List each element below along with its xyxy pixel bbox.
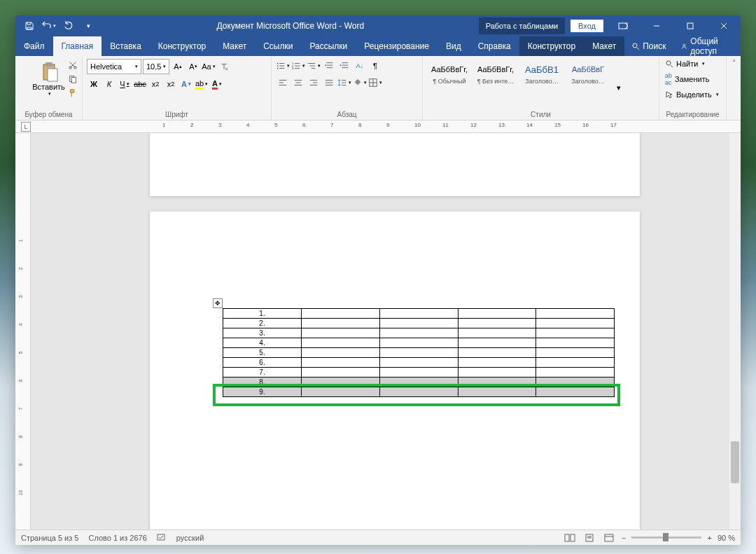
tab-table-design[interactable]: Конструктор bbox=[519, 36, 584, 56]
document-area: 1 2 3 4 5 6 7 8 9 10 ✥ 1. 2. 3. 4. 5. bbox=[15, 133, 741, 529]
tab-help[interactable]: Справка bbox=[470, 36, 519, 56]
italic-button[interactable]: К bbox=[102, 77, 116, 91]
spellcheck-icon[interactable] bbox=[157, 533, 167, 543]
page-status[interactable]: Страница 5 из 5 bbox=[21, 534, 78, 542]
change-case-button[interactable]: Aa▾ bbox=[202, 60, 216, 74]
zoom-in-button[interactable]: + bbox=[707, 534, 711, 542]
strike-button[interactable]: abc bbox=[133, 77, 147, 91]
increase-indent-button[interactable] bbox=[337, 59, 351, 73]
find-button[interactable]: Найти▾ bbox=[662, 57, 723, 70]
table-tools-label: Работа с таблицами bbox=[479, 18, 565, 34]
print-layout-button[interactable] bbox=[582, 532, 596, 543]
font-label: Шрифт bbox=[83, 109, 271, 120]
style-heading1[interactable]: АаБбВ1Заголово… bbox=[519, 59, 564, 117]
horizontal-ruler[interactable]: 1234567891011121314151617 bbox=[15, 120, 741, 133]
replace-button[interactable]: abacЗаменить bbox=[662, 70, 723, 88]
table-move-handle[interactable]: ✥ bbox=[213, 298, 223, 308]
tab-references[interactable]: Ссылки bbox=[255, 36, 301, 56]
cut-button[interactable] bbox=[66, 59, 79, 71]
tab-review[interactable]: Рецензирование bbox=[356, 36, 438, 56]
svg-line-6 bbox=[637, 48, 639, 50]
borders-button[interactable]: ▾ bbox=[368, 76, 382, 90]
clear-formatting-button[interactable] bbox=[217, 60, 231, 74]
text-effects-button[interactable]: A▾ bbox=[179, 77, 193, 91]
web-layout-button[interactable] bbox=[602, 532, 616, 543]
shrink-font-button[interactable]: A▾ bbox=[186, 60, 200, 74]
svg-point-54 bbox=[666, 61, 671, 65]
language-status[interactable]: русский bbox=[176, 534, 204, 542]
style-heading2[interactable]: АаБбВвГЗаголово… bbox=[566, 59, 610, 117]
svg-rect-10 bbox=[48, 69, 57, 81]
styles-more-button[interactable]: ▾ bbox=[612, 81, 626, 95]
read-mode-button[interactable] bbox=[563, 532, 577, 543]
align-center-button[interactable] bbox=[291, 76, 305, 90]
collapse-ribbon-button[interactable]: ˄ bbox=[727, 56, 741, 120]
format-painter-button[interactable] bbox=[66, 87, 79, 99]
zoom-slider[interactable] bbox=[631, 536, 701, 539]
tab-design[interactable]: Конструктор bbox=[150, 36, 214, 56]
minimize-button[interactable] bbox=[643, 16, 671, 36]
sort-button[interactable]: A↓ bbox=[353, 59, 367, 73]
table-row: 2. bbox=[223, 319, 615, 328]
paragraph-group: ▾ 123▾ ▾ A↓ ¶ ▾ ▾ ▾ Абзац bbox=[272, 56, 423, 120]
select-button[interactable]: Выделить▾ bbox=[662, 88, 723, 101]
show-marks-button[interactable]: ¶ bbox=[368, 59, 382, 73]
shading-button[interactable]: ▾ bbox=[353, 76, 367, 90]
align-right-button[interactable] bbox=[307, 76, 321, 90]
redo-button[interactable] bbox=[60, 18, 77, 34]
zoom-level[interactable]: 90 % bbox=[718, 534, 735, 542]
decrease-indent-button[interactable] bbox=[322, 59, 336, 73]
tab-mailings[interactable]: Рассылки bbox=[301, 36, 356, 56]
font-size-combo[interactable]: 10,5▾ bbox=[143, 59, 169, 74]
statusbar: Страница 5 из 5 Слово 1 из 2676 русский … bbox=[15, 529, 741, 545]
style-no-spacing[interactable]: АаБбВвГг,¶ Без инте… bbox=[473, 59, 518, 117]
close-button[interactable] bbox=[710, 16, 738, 36]
multilevel-list-button[interactable]: ▾ bbox=[307, 59, 321, 73]
underline-button[interactable]: Ч▾ bbox=[118, 77, 132, 91]
svg-point-5 bbox=[633, 43, 637, 48]
vertical-ruler[interactable]: 1 2 3 4 5 6 7 8 9 10 bbox=[15, 133, 31, 529]
tab-layout[interactable]: Макет bbox=[214, 36, 255, 56]
highlight-button[interactable]: ab▾ bbox=[195, 77, 209, 91]
align-left-button[interactable] bbox=[276, 76, 290, 90]
line-spacing-button[interactable]: ▾ bbox=[337, 76, 351, 90]
tab-insert[interactable]: Вставка bbox=[102, 36, 150, 56]
save-button[interactable] bbox=[21, 18, 38, 34]
numbering-button[interactable]: 123▾ bbox=[291, 59, 305, 73]
word-count[interactable]: Слово 1 из 2676 bbox=[88, 534, 146, 542]
styles-label: Стили bbox=[423, 109, 659, 120]
share-button[interactable]: Общий доступ bbox=[673, 36, 741, 56]
grow-font-button[interactable]: A▴ bbox=[171, 60, 185, 74]
undo-button[interactable]: ▾ bbox=[41, 18, 57, 34]
zoom-out-button[interactable]: − bbox=[622, 534, 626, 542]
svg-rect-56 bbox=[158, 534, 164, 540]
subscript-button[interactable]: x2 bbox=[148, 77, 162, 91]
tab-file[interactable]: Файл bbox=[15, 36, 53, 56]
qat-customize[interactable]: ▾ bbox=[80, 18, 97, 34]
copy-button[interactable] bbox=[66, 73, 79, 85]
tab-home[interactable]: Главная bbox=[53, 36, 102, 56]
tab-view[interactable]: Вид bbox=[438, 36, 470, 56]
table-row: 9. bbox=[223, 387, 615, 397]
style-normal[interactable]: АаБбВвГг,¶ Обычный bbox=[427, 59, 472, 117]
quick-access-toolbar: ▾ ▾ bbox=[15, 18, 102, 34]
tab-table-layout[interactable]: Макет bbox=[584, 36, 624, 56]
maximize-button[interactable] bbox=[676, 16, 704, 36]
ribbon-display-button[interactable] bbox=[609, 16, 637, 36]
editing-group: Найти▾ abacЗаменить Выделить▾ Редактиров… bbox=[659, 56, 727, 120]
svg-line-55 bbox=[671, 65, 673, 67]
document-canvas[interactable]: ✥ 1. 2. 3. 4. 5. 6. 7. 8. 9. bbox=[31, 133, 741, 529]
vertical-scrollbar[interactable] bbox=[729, 133, 741, 529]
bold-button[interactable]: Ж bbox=[87, 77, 101, 91]
login-button[interactable]: Вход bbox=[570, 20, 603, 32]
titlebar: ▾ ▾ Документ Microsoft Office Word - Wor… bbox=[15, 15, 741, 36]
superscript-button[interactable]: x2 bbox=[164, 77, 178, 91]
svg-point-7 bbox=[683, 44, 685, 46]
tell-me-search[interactable]: Поиск bbox=[624, 36, 673, 56]
font-name-combo[interactable]: Helvetica▾ bbox=[87, 59, 141, 74]
justify-button[interactable] bbox=[322, 76, 336, 90]
document-table[interactable]: 1. 2. 3. 4. 5. 6. 7. 8. 9. bbox=[223, 308, 615, 397]
bullets-button[interactable]: ▾ bbox=[276, 59, 290, 73]
scroll-thumb[interactable] bbox=[731, 441, 739, 483]
font-color-button[interactable]: A▾ bbox=[210, 77, 224, 91]
